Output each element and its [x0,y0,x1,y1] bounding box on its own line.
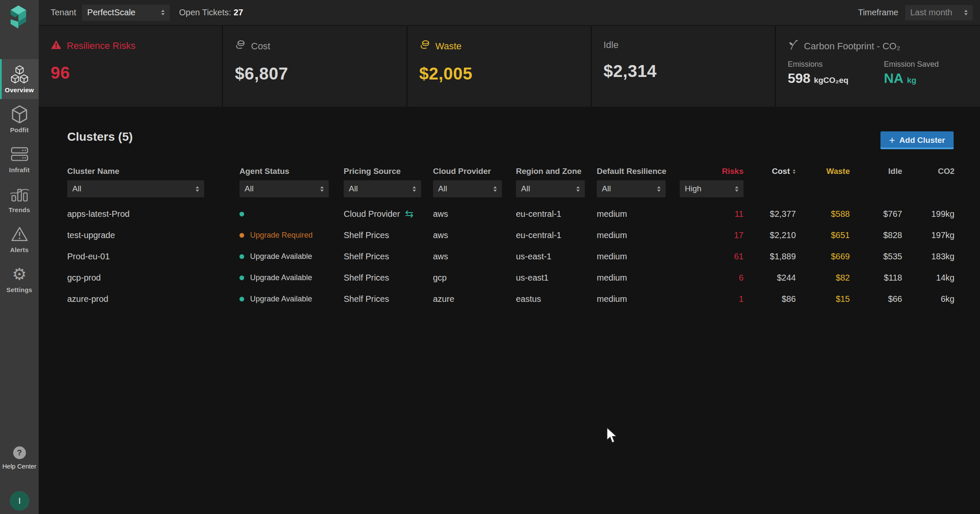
sidebar-item-overview[interactable]: Overview [0,59,39,99]
alert-triangle-icon [10,225,29,244]
card-value: $2,314 [604,62,775,81]
cell-risks: 61 [680,252,744,261]
cell-pricing-source: Shelf Prices [344,252,433,261]
status-dot-icon [239,275,244,280]
add-cluster-button[interactable]: + Add Cluster [880,131,954,149]
tenant-select[interactable]: PerfectScale [82,5,170,21]
cell-agent-status: Upgrade Available [239,295,344,304]
filter-default-resilience[interactable]: All [597,180,666,197]
coins-icon [235,40,246,53]
cell-cloud-provider: aws [433,252,516,261]
sidebar-item-alerts[interactable]: Alerts [0,219,39,259]
cell-co2: 197kg [902,230,954,240]
cell-region-zone: us-east-1 [516,252,597,261]
filter-risks[interactable]: High [680,180,744,197]
tenant-label: Tenant [51,8,76,17]
emissions-unit: kgCO₂eq [814,76,848,85]
cell-agent-status: Upgrade Available [239,273,344,282]
card-value: $2,005 [419,64,591,83]
sort-icon [793,169,795,173]
status-dot-icon [239,254,244,259]
sidebar-item-label: Infrafit [9,166,29,173]
cell-risks: 1 [680,294,744,304]
cell-cluster-name: test-upgrade [67,230,239,240]
sidebar-item-infrafit[interactable]: Infrafit [0,139,39,179]
help-center[interactable]: ? Help Center [0,446,39,470]
sidebar-item-podfit[interactable]: Podfit [0,99,39,139]
col-region-zone: Region and Zone [516,167,597,176]
cell-idle: $535 [850,252,902,261]
cube-icon [10,105,29,124]
chevron-updown-icon [493,186,497,192]
cell-region-zone: eu-central-1 [516,230,597,240]
cell-pricing-source: Shelf Prices [344,294,433,304]
card-title: Resilience Risks [67,40,135,51]
col-agent-status: Agent Status [239,167,344,176]
cell-risks: 17 [680,230,744,240]
timeframe-label: Timeframe [858,8,898,17]
cubes-icon [10,65,29,84]
card-carbon-footprint[interactable]: Carbon Footprint - CO₂ Emissions 598 kgC… [776,26,980,107]
tenant-select-value: PerfectScale [87,8,135,17]
col-cost-sort[interactable]: Cost [744,167,796,176]
sidebar-nav: Overview Podfit [0,59,39,299]
card-idle[interactable]: Idle $2,314 [592,26,775,107]
card-value: $6,807 [235,64,406,83]
trends-icon [10,185,29,204]
add-cluster-label: Add Cluster [899,136,945,145]
sidebar-item-label: Overview [5,86,34,94]
table-body: apps-latest-Prod Cloud Provider⇆ aws eu-… [67,203,954,310]
col-cost-label: Cost [772,167,790,176]
cell-waste: $82 [796,273,850,283]
cell-idle: $66 [850,294,902,304]
sidebar-item-trends[interactable]: Trends [0,179,39,219]
question-mark-icon: ? [13,446,26,459]
filter-region-zone[interactable]: All [516,180,585,197]
card-title: Cost [251,41,270,52]
cell-waste: $651 [796,230,850,240]
table-row[interactable]: apps-latest-Prod Cloud Provider⇆ aws eu-… [67,203,954,224]
filter-cluster-name[interactable]: All [67,180,204,197]
table-row[interactable]: azure-prod Upgrade Available Shelf Price… [67,288,954,310]
card-resilience-risks[interactable]: Resilience Risks 96 [39,26,222,107]
cell-cost: $1,889 [744,252,796,261]
emission-saved-value: NA [884,71,903,86]
cell-agent-status [239,212,344,216]
table-row[interactable]: Prod-eu-01 Upgrade Available Shelf Price… [67,246,954,267]
col-waste: Waste [796,167,850,176]
filter-cloud-provider[interactable]: All [433,180,502,197]
card-waste[interactable]: Waste $2,005 [407,26,591,107]
cell-idle: $767 [850,209,902,219]
emissions-value: 598 [788,71,810,86]
cell-cluster-name: Prod-eu-01 [67,252,239,261]
cell-risks: 6 [680,273,744,283]
emission-saved-unit: kg [907,76,916,85]
cell-region-zone: eastus [516,294,597,304]
table-row[interactable]: gcp-prod Upgrade Available Shelf Prices … [67,267,954,288]
filter-pricing-source[interactable]: All [344,180,421,197]
chevron-updown-icon [576,186,580,192]
col-risks: Risks [680,167,744,176]
status-dot-icon [239,212,244,216]
user-avatar[interactable]: I [10,491,29,511]
card-title: Waste [436,41,462,52]
filter-agent-status[interactable]: All [239,180,329,197]
cell-risks: 11 [680,209,744,219]
sidebar-item-settings[interactable]: ⚙ Settings [0,259,39,299]
clusters-table: Cluster Name Agent Status Pricing Source… [67,166,954,310]
table-row[interactable]: test-upgrade Upgrade Required Shelf Pric… [67,224,954,246]
topbar: Tenant PerfectScale Open Tickets:27 Time… [39,0,980,25]
status-dot-icon [239,233,244,238]
cell-default-resilience: medium [597,294,680,304]
chevron-updown-icon [413,186,416,192]
cell-waste: $669 [796,252,850,261]
swap-arrows-icon[interactable]: ⇆ [405,209,413,219]
card-cost[interactable]: Cost $6,807 [223,26,406,107]
timeframe-select-value: Last month [910,8,952,17]
chevron-updown-icon [964,10,968,15]
plus-icon: + [889,135,895,145]
table-filter-row: All All All All All All High [67,180,954,197]
timeframe-select[interactable]: Last month [905,5,973,20]
col-co2: CO2 [902,167,954,176]
chevron-updown-icon [657,186,661,192]
